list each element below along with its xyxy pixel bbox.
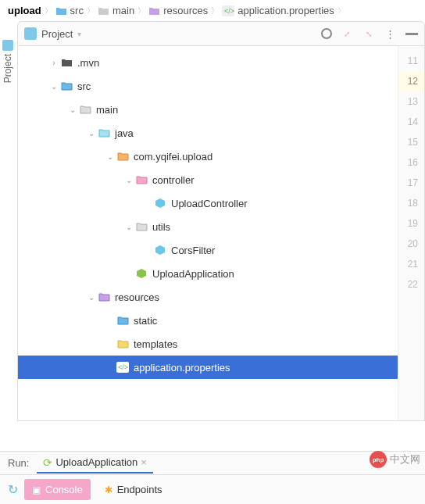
line-number: 20 (398, 234, 424, 254)
class-icon (154, 244, 166, 256)
chevron-right-icon: 〉 (338, 5, 345, 16)
tree-item-resources[interactable]: ⌄ resources (18, 285, 398, 309)
line-number: 17 (398, 173, 424, 193)
chevron-down-icon: ⌄ (105, 152, 115, 161)
svg-marker-4 (155, 245, 165, 255)
properties-file-icon: </> (116, 361, 129, 374)
package-icon (135, 173, 148, 186)
tree-item-package[interactable]: ⌄ com.yqifei.upload (18, 145, 398, 168)
tree-label: com.yqifei.upload (134, 151, 212, 163)
console-tab[interactable]: ▣ Console (24, 479, 91, 500)
php-badge-icon: php (370, 451, 387, 468)
breadcrumb-item[interactable]: application.properties (238, 5, 334, 16)
tree-label: templates (134, 338, 177, 350)
target-icon[interactable] (321, 28, 332, 39)
chevron-right-icon: 〉 (87, 5, 95, 16)
folder-icon (60, 56, 73, 69)
spring-run-icon: ⟳ (43, 456, 52, 469)
tree-label: static (134, 315, 157, 327)
tree-item-controller[interactable]: ⌄ controller (18, 168, 398, 191)
class-icon (154, 197, 166, 209)
close-icon[interactable]: × (141, 456, 147, 468)
tree-item-uploadapplication[interactable]: UploadApplication (18, 262, 398, 285)
line-number: 19 (398, 213, 424, 234)
tree-label: .mvn (77, 57, 99, 69)
project-toolbar: Project ▾ ⤢ ⤡ ⋮ (17, 21, 425, 46)
chevron-down-icon: ⌄ (124, 223, 134, 231)
breadcrumb: upload 〉 src 〉 main 〉 resources 〉 </> ap… (0, 0, 425, 21)
console-tab-label: Console (45, 484, 83, 495)
svg-text:</>: </> (224, 7, 234, 15)
tree-item-corsfilter[interactable]: CorsFilter (18, 238, 398, 262)
line-number: 22 (398, 274, 424, 295)
line-number: 11 (398, 51, 424, 71)
tree-label: main (96, 104, 118, 116)
chevron-down-icon: ⌄ (68, 105, 77, 114)
line-number: 12 (398, 71, 424, 91)
expand-icon[interactable]: ⤢ (340, 27, 354, 41)
folder-icon (148, 6, 160, 16)
tree-label: java (115, 127, 134, 139)
tree-item-static[interactable]: static (18, 309, 398, 332)
project-view-selector[interactable]: Project (41, 28, 73, 40)
tree-item-src[interactable]: ⌄ src (18, 74, 398, 98)
tree-label: CorsFilter (171, 245, 215, 256)
endpoints-icon: ✱ (105, 484, 112, 495)
line-number: 13 (398, 91, 424, 112)
folder-icon (98, 127, 110, 139)
minimize-icon[interactable] (405, 33, 418, 35)
breadcrumb-root[interactable]: upload (8, 5, 41, 16)
chevron-right-icon: 〉 (138, 5, 145, 16)
tree-item-main[interactable]: ⌄ main (18, 98, 398, 121)
folder-icon (55, 6, 67, 16)
line-number: 16 (398, 152, 424, 173)
rerun-icon[interactable]: ↻ (8, 482, 18, 497)
bottom-tabs: ↻ ▣ Console ✱ Endpoints (0, 474, 425, 504)
line-number: 18 (398, 193, 424, 213)
properties-file-icon: </> (222, 5, 234, 16)
tree-label: src (77, 80, 91, 92)
run-label: Run: (8, 457, 29, 469)
console-icon: ▣ (32, 484, 41, 495)
folder-icon (116, 338, 129, 350)
chevron-down-icon[interactable]: ▾ (77, 30, 81, 38)
tree-label: UploadApplication (152, 268, 234, 280)
tree-label: resources (115, 291, 159, 303)
project-view-icon[interactable] (24, 27, 37, 40)
breadcrumb-item[interactable]: resources (163, 5, 208, 16)
more-options-icon[interactable]: ⋮ (384, 27, 398, 41)
run-panel: Run: ⟳ UploadApplication × (0, 451, 425, 474)
tree-label: UploadController (171, 198, 248, 209)
tree-item-mvn[interactable]: › .mvn (18, 51, 398, 74)
tree-item-java[interactable]: ⌄ java (18, 121, 398, 145)
folder-icon (98, 6, 109, 16)
project-tree[interactable]: › .mvn ⌄ src ⌄ main ⌄ java ⌄ com.yqifei.… (18, 46, 398, 420)
chevron-right-icon: › (49, 59, 59, 67)
project-vertical-tab[interactable]: Project (0, 35, 16, 90)
chevron-down-icon: ⌄ (49, 82, 59, 91)
folder-icon (60, 80, 73, 92)
chevron-down-icon: ⌄ (87, 293, 96, 302)
tree-label: application.properties (134, 362, 230, 374)
line-number: 21 (398, 254, 424, 274)
endpoints-tab[interactable]: ✱ Endpoints (97, 479, 170, 500)
project-tab-label: Project (2, 54, 13, 83)
svg-text:</>: </> (118, 363, 128, 371)
tree-label: controller (152, 174, 194, 186)
main-area: › .mvn ⌄ src ⌄ main ⌄ java ⌄ com.yqifei.… (17, 46, 425, 421)
breadcrumb-item[interactable]: main (112, 5, 134, 16)
tree-item-utils[interactable]: ⌄ utils (18, 215, 398, 238)
watermark: php 中文网 (370, 451, 420, 468)
svg-marker-3 (155, 198, 165, 208)
chevron-right-icon: 〉 (45, 5, 52, 16)
breadcrumb-item[interactable]: src (70, 5, 84, 16)
collapse-icon[interactable]: ⤡ (362, 27, 376, 41)
svg-rect-2 (2, 40, 13, 51)
tree-label: utils (152, 221, 170, 233)
tree-item-application-properties[interactable]: </> application.properties (18, 356, 398, 379)
tree-item-templates[interactable]: templates (18, 332, 398, 356)
run-tab[interactable]: ⟳ UploadApplication × (37, 453, 152, 474)
editor-gutter[interactable]: 11 12 13 14 15 16 17 18 19 20 21 22 (398, 46, 424, 420)
run-tab-label: UploadApplication (55, 456, 138, 468)
tree-item-uploadcontroller[interactable]: UploadController (18, 191, 398, 215)
